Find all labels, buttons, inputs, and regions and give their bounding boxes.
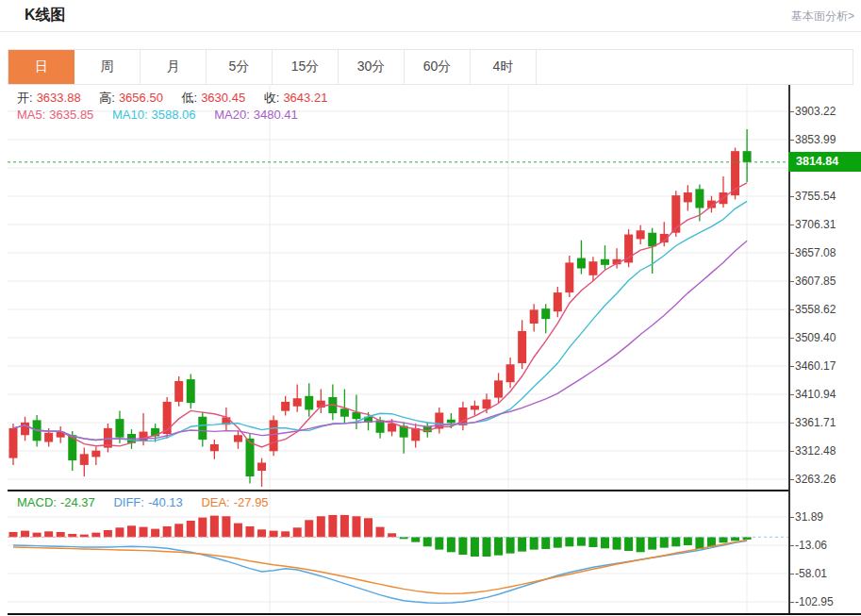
macd-bar [720,537,728,542]
macd-bar [127,525,136,537]
tab-4时[interactable]: 4时 [471,50,537,84]
macd-bar [9,532,18,537]
macd-bar [293,527,302,537]
macd-bar [731,537,739,541]
ma20-value: 3480.41 [254,108,298,122]
macd-bar [140,527,148,538]
tab-30分[interactable]: 30分 [339,50,405,84]
open-value: 3633.88 [37,91,81,105]
macd-bar [257,529,266,537]
macd-bar [340,515,349,537]
page-title: K线图 [25,6,66,25]
macd-bar [328,515,337,537]
candle-body [471,406,479,409]
price-axis-label: 3312.48 [795,443,857,458]
candle-body [483,399,491,408]
macd-bar [624,537,633,551]
macd-bar [518,537,526,551]
macd-bar [91,533,100,538]
candle-body [340,408,349,417]
macd-axis-label: -58.01 [795,566,857,581]
macd-bar [222,516,230,537]
candle-body [518,331,526,363]
macd-bar [458,537,467,555]
macd-bar [210,516,219,538]
candle-body [270,420,278,451]
macd-bar [637,537,645,552]
candle-body [695,189,704,208]
macd-bar [577,537,586,545]
price-axis-label: 3706.31 [795,217,857,232]
candle-body [648,233,656,247]
macd-bar [506,537,515,553]
grid-layer [8,85,788,491]
price-axis-label: 3263.26 [795,472,857,487]
dea-label: DEA: [201,495,229,509]
macd-bar [21,531,29,538]
macd-bar [588,537,597,547]
candle-body [210,444,219,451]
candle-body [637,230,645,239]
ma-legend: MA5:3635.85 MA10:3588.06 MA20:3480.41 [17,108,302,122]
high-label: 高: [99,91,115,105]
tab-日[interactable]: 日 [8,50,75,84]
candle-body [115,419,124,438]
dea-value: -27.95 [234,495,269,509]
macd-bar [684,537,692,545]
candle-body [163,402,172,434]
ma5-value: 3635.85 [49,108,93,122]
tab-周[interactable]: 周 [75,50,141,84]
ma5-line [13,183,747,447]
price-axis-label: 3607.85 [795,274,857,289]
tab-5分[interactable]: 5分 [207,50,273,84]
macd-bar [44,531,53,537]
kline-widget: K线图 基本面分析> 日周月5分15分30分60分4时 开:3633.88 高:… [0,0,861,616]
tab-月[interactable]: 月 [141,50,207,84]
macd-bar [483,537,491,557]
candle-body [281,402,290,411]
macd-bar [352,516,360,537]
candle-body [601,259,609,265]
macd-bar [601,537,609,548]
macd-axis-label: 31.89 [795,509,857,524]
low-value: 3630.45 [201,91,245,105]
candle-body [577,258,586,269]
macd-bar [246,526,255,537]
macd-bar [57,532,65,537]
price-axis-label: 3755.54 [795,189,857,204]
candlestick-chart[interactable] [8,85,788,491]
candle-body [80,454,89,465]
candle-body [506,364,515,382]
pane-divider [8,490,788,491]
current-price-tag: 3814.84 [788,152,861,172]
macd-bar [671,537,680,546]
candle-body [554,292,562,311]
tab-60分[interactable]: 60分 [405,50,471,84]
candle-body [411,428,420,441]
candle-body [293,398,302,407]
macd-label: MACD: [17,495,57,509]
macd-bar [447,537,455,552]
close-value: 3643.21 [283,91,327,105]
title-divider [0,31,861,32]
diff-value: -40.13 [148,495,183,509]
price-axis-label: 3361.71 [795,415,857,430]
macd-bar [187,521,195,537]
price-axis-label: 3853.99 [795,132,857,147]
candle-body [530,309,538,324]
macd-bar [411,537,420,541]
macd-axis-label: -13.06 [795,538,857,553]
macd-bar [648,537,656,549]
candle-body [541,308,550,319]
price-axis-label: 3657.08 [795,245,857,260]
candle-body [234,435,242,441]
candle-body [21,423,29,435]
price-axis-label: 3410.94 [795,387,857,402]
ma10-value: 3588.06 [152,108,196,122]
candle-body [588,261,597,275]
macd-bar [388,533,396,537]
fundamental-analysis-link[interactable]: 基本面分析> [791,8,854,25]
macd-bar [554,537,562,547]
tab-15分[interactable]: 15分 [273,50,339,84]
candle-body [305,396,313,410]
